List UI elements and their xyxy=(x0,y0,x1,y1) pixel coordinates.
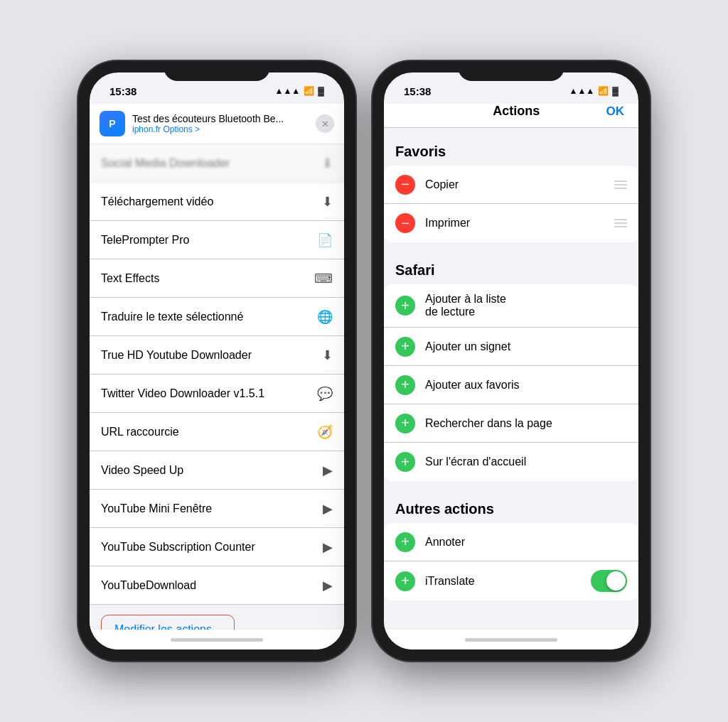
list-item-label: YouTube Mini Fenêtre xyxy=(101,502,212,515)
actions-header: Actions OK xyxy=(384,104,638,128)
list-item[interactable]: True HD Youtube Downloader ⬇ xyxy=(90,336,344,375)
list-item-label: Text Effects xyxy=(101,272,159,285)
action-item-imprimer[interactable]: − Imprimer xyxy=(384,204,638,242)
action-label: Annoter xyxy=(425,536,627,549)
list-item[interactable]: Video Speed Up ▶ xyxy=(90,451,344,490)
wifi-icon: 📶 xyxy=(304,86,314,96)
action-label: Ajouter aux favoris xyxy=(425,379,627,392)
url-text: iphon.fr xyxy=(132,124,161,134)
list-item-label: Video Speed Up xyxy=(101,464,183,477)
time-left: 15:38 xyxy=(109,85,136,97)
list-item[interactable]: YouTubeDownload ▶ xyxy=(90,566,344,605)
status-icons-left: ▲▲▲ 📶 ▓ xyxy=(275,86,324,96)
list-item[interactable]: YouTube Mini Fenêtre ▶ xyxy=(90,490,344,528)
apps-list[interactable]: Social Media Downloader ⬇ Téléchargement… xyxy=(90,144,344,630)
phones-container: 15:38 ▲▲▲ 📶 ▓ P Test des écouteurs Bluet… xyxy=(78,61,650,661)
options-text[interactable]: Options > xyxy=(163,124,200,134)
play-icon: ▶ xyxy=(323,463,333,478)
drag-handle[interactable] xyxy=(614,219,627,227)
add-icon[interactable]: + xyxy=(395,532,415,552)
action-item[interactable]: + Rechercher dans la page xyxy=(384,404,638,443)
list-item[interactable]: Social Media Downloader ⬇ xyxy=(90,144,344,183)
list-item-youtube-sub[interactable]: YouTube Subscription Counter ▶ xyxy=(90,528,344,566)
action-label: Ajouter à la listede lecture xyxy=(425,293,627,318)
action-label: iTranslate xyxy=(425,575,591,588)
safari-section: Safari + Ajouter à la listede lecture + … xyxy=(384,247,638,481)
list-item-texteffects[interactable]: Text Effects ⌨ xyxy=(90,259,344,298)
autres-items: + Annoter + iTranslate xyxy=(384,523,638,600)
home-bar-area xyxy=(90,630,344,650)
list-item-label: Social Media Downloader xyxy=(101,157,230,170)
chat-icon: 💬 xyxy=(317,386,333,402)
battery-icon-right: ▓ xyxy=(612,86,619,96)
list-item-label: URL raccourcie xyxy=(101,426,179,438)
notch-right xyxy=(458,61,564,81)
home-bar xyxy=(171,638,263,642)
modify-actions-label: Modifier les actions... xyxy=(114,623,221,630)
list-item-icon: ⬇ xyxy=(322,156,333,171)
section-header-safari: Safari xyxy=(384,247,638,284)
drag-handle[interactable] xyxy=(614,180,627,189)
section-header-favoris: Favoris xyxy=(384,128,638,166)
add-icon[interactable]: + xyxy=(395,571,415,591)
actions-scroll[interactable]: Favoris − Copier − Imprimer xyxy=(384,128,638,630)
add-icon[interactable]: + xyxy=(395,375,415,395)
list-item[interactable]: URL raccourcie 🧭 xyxy=(90,413,344,451)
action-item[interactable]: + Ajouter à la listede lecture xyxy=(384,284,638,328)
action-item-annoter[interactable]: + Annoter xyxy=(384,523,638,561)
list-item-label: Traduire le texte sélectionné xyxy=(101,311,243,323)
keyboard-icon: ⌨ xyxy=(314,271,333,286)
list-item-label: TelePrompter Pro xyxy=(101,234,190,247)
remove-icon[interactable]: − xyxy=(395,213,415,233)
play-icon: ▶ xyxy=(323,539,333,555)
itranslate-toggle[interactable] xyxy=(591,570,627,592)
status-icons-right: ▲▲▲ 📶 ▓ xyxy=(569,86,619,96)
modify-actions-button[interactable]: Modifier les actions... xyxy=(101,615,235,630)
action-label: Copier xyxy=(425,178,614,191)
list-item[interactable]: Traduire le texte sélectionné 🌐 xyxy=(90,298,344,336)
ok-button[interactable]: OK xyxy=(606,104,625,119)
add-icon[interactable]: + xyxy=(395,296,415,316)
compass-icon: 🧭 xyxy=(317,424,333,440)
share-app-title: Test des écouteurs Bluetooth Be... xyxy=(132,113,309,124)
list-item[interactable]: Twitter Video Downloader v1.5.1 💬 xyxy=(90,375,344,413)
notch xyxy=(164,61,270,81)
section-header-autres: Autres actions xyxy=(384,485,638,523)
time-right: 15:38 xyxy=(404,85,431,97)
left-screen: 15:38 ▲▲▲ 📶 ▓ P Test des écouteurs Bluet… xyxy=(90,72,344,650)
right-phone: 15:38 ▲▲▲ 📶 ▓ Actions OK Favoris xyxy=(373,61,650,661)
add-icon[interactable]: + xyxy=(395,337,415,357)
action-label: Imprimer xyxy=(425,217,614,230)
action-item-itranslate[interactable]: + iTranslate xyxy=(384,561,638,600)
list-item-label: YouTubeDownload xyxy=(101,579,196,592)
share-close-button[interactable]: ✕ xyxy=(316,114,334,133)
list-item-label: Twitter Video Downloader v1.5.1 xyxy=(101,387,264,400)
autres-section: Autres actions + Annoter + iTranslate xyxy=(384,485,638,600)
download-icon: ⬇ xyxy=(322,347,333,363)
battery-icon: ▓ xyxy=(318,86,324,96)
list-item[interactable]: Téléchargement vidéo ⬇ xyxy=(90,183,344,221)
scroll-bottom-spacer xyxy=(384,605,638,619)
signal-icon-right: ▲▲▲ xyxy=(569,86,595,96)
actions-title: Actions xyxy=(427,104,606,119)
action-item[interactable]: + Ajouter un signet xyxy=(384,328,638,366)
add-icon[interactable]: + xyxy=(395,414,415,433)
action-item[interactable]: + Ajouter aux favoris xyxy=(384,366,638,404)
home-bar-right xyxy=(465,638,557,642)
action-label: Sur l'écran d'accueil xyxy=(425,456,627,468)
list-item-label: YouTube Subscription Counter xyxy=(101,541,255,554)
action-item[interactable]: + Sur l'écran d'accueil xyxy=(384,443,638,481)
toggle-knob xyxy=(606,571,626,591)
left-phone: 15:38 ▲▲▲ 📶 ▓ P Test des écouteurs Bluet… xyxy=(78,61,355,661)
play-icon: ▶ xyxy=(323,501,333,517)
favoris-section: Favoris − Copier − Imprimer xyxy=(384,128,638,242)
wifi-icon-right: 📶 xyxy=(598,86,609,96)
share-app-url: iphon.fr Options > xyxy=(132,124,309,134)
list-item-teleprompter[interactable]: TelePrompter Pro 📄 xyxy=(90,221,344,259)
safari-items: + Ajouter à la listede lecture + Ajouter… xyxy=(384,284,638,481)
action-item-copier[interactable]: − Copier xyxy=(384,166,638,204)
globe-icon: 🌐 xyxy=(317,309,333,325)
add-icon[interactable]: + xyxy=(395,452,415,472)
remove-icon[interactable]: − xyxy=(395,175,415,195)
action-label: Ajouter un signet xyxy=(425,340,627,353)
